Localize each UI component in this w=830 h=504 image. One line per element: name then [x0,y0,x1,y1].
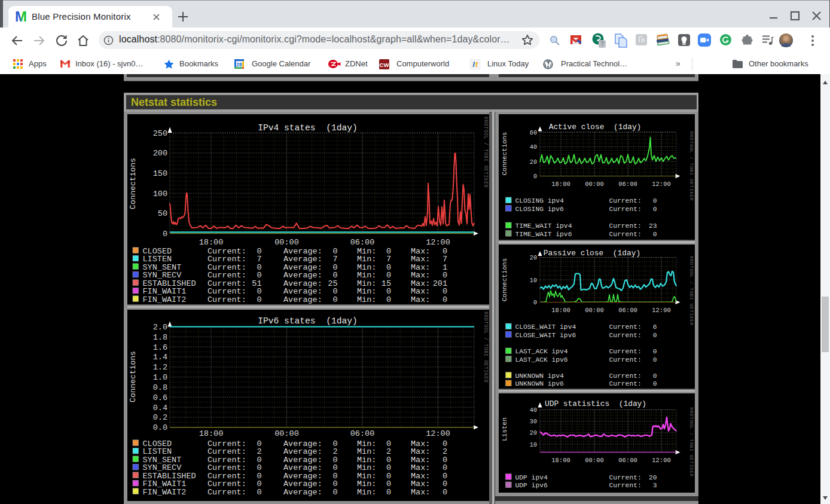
svg-text:Current:: Current: [609,332,642,339]
svg-text:CLOSING ipv4: CLOSING ipv4 [515,197,564,204]
svg-text:Max:: Max: [411,488,430,497]
svg-text:UNKNOWN ipv6: UNKNOWN ipv6 [515,380,564,387]
svg-text:IPv6 states (1day): IPv6 states (1day) [258,316,357,326]
svg-text:0: 0 [653,380,657,387]
svg-text:0: 0 [443,488,447,497]
svg-text:Min:: Min: [357,295,376,304]
svg-text:12:00: 12:00 [652,457,671,464]
svg-text:0: 0 [653,348,657,355]
svg-text:0.6: 0.6 [153,393,167,402]
svg-text:00:00: 00:00 [274,429,299,438]
svg-text:30: 30 [530,419,537,425]
svg-text:12:00: 12:00 [426,238,450,247]
svg-text:RRDTOOL / TOBI OETIKER: RRDTOOL / TOBI OETIKER [689,256,694,326]
svg-text:18:00: 18:00 [199,238,224,247]
svg-text:Current:: Current: [609,372,642,380]
svg-text:12:00: 12:00 [652,181,671,188]
svg-text:FIN_WAIT2: FIN_WAIT2 [143,295,187,304]
svg-text:0.4: 0.4 [153,404,167,413]
svg-text:1.8: 1.8 [153,333,167,342]
svg-text:00:00: 00:00 [274,238,299,247]
svg-text:CLOSING ipv6: CLOSING ipv6 [515,206,564,213]
svg-text:0.8: 0.8 [153,383,167,392]
svg-text:50: 50 [158,209,167,218]
svg-text:0: 0 [386,488,391,497]
svg-text:0: 0 [332,488,337,497]
svg-text:Current:: Current: [208,488,246,497]
svg-text:IPv4 states (1day): IPv4 states (1day) [258,123,357,133]
svg-text:12:00: 12:00 [652,307,671,314]
svg-text:LAST_ACK ipv6: LAST_ACK ipv6 [515,356,568,364]
svg-text:Min:: Min: [357,488,376,497]
svg-text:20: 20 [530,159,537,166]
svg-text:Current:: Current: [609,482,642,489]
svg-text:Current:: Current: [609,380,642,387]
svg-text:Current:: Current: [609,474,642,481]
svg-text:RRDTOOL / TOBI OETIKER: RRDTOOL / TOBI OETIKER [483,311,489,383]
svg-text:0: 0 [653,332,657,339]
svg-text:20: 20 [530,255,537,261]
svg-text:0: 0 [653,231,657,238]
svg-text:UDP statistics (1day): UDP statistics (1day) [545,399,646,408]
svg-text:UDP ipv4: UDP ipv4 [515,474,548,481]
svg-text:40: 40 [530,407,537,414]
svg-text:0.2: 0.2 [153,413,167,422]
svg-text:Current:: Current: [208,295,246,304]
svg-text:Current:: Current: [609,197,642,204]
svg-text:Passive close (1day): Passive close (1day) [544,249,640,258]
svg-text:1.0: 1.0 [153,373,167,382]
svg-text:Connections: Connections [501,258,508,302]
svg-text:Current:: Current: [609,348,642,355]
svg-text:Listen: Listen [501,417,508,441]
svg-text:Current:: Current: [609,222,642,230]
svg-text:Connections: Connections [129,351,138,402]
svg-text:FIN_WAIT2: FIN_WAIT2 [143,488,187,497]
svg-text:18:00: 18:00 [551,457,570,464]
svg-text:UDP ipv6: UDP ipv6 [515,482,548,489]
svg-text:200: 200 [153,149,167,158]
svg-text:CLOSE_WAIT ipv4: CLOSE_WAIT ipv4 [515,323,576,331]
svg-text:RRDTOOL / TOBI OETIKER: RRDTOOL / TOBI OETIKER [689,407,694,477]
svg-text:06:00: 06:00 [350,238,375,247]
svg-text:Current:: Current: [609,206,642,213]
svg-text:6: 6 [653,323,657,331]
svg-text:0: 0 [257,295,261,304]
svg-text:1.2: 1.2 [153,363,167,372]
svg-text:RRDTOOL / TOBI OETIKER: RRDTOOL / TOBI OETIKER [483,117,489,188]
svg-text:10: 10 [530,277,537,284]
svg-text:0: 0 [163,230,167,239]
svg-text:3: 3 [653,482,657,489]
svg-text:UNKNOWN ipv4: UNKNOWN ipv4 [515,372,564,380]
svg-text:12:00: 12:00 [426,429,450,438]
svg-text:18:00: 18:00 [199,429,224,438]
svg-text:0: 0 [533,300,537,306]
svg-text:1.6: 1.6 [153,343,167,352]
svg-text:00:00: 00:00 [585,457,604,464]
svg-text:0.0: 0.0 [153,423,167,432]
svg-text:RRDTOOL / TOBI OETIKER: RRDTOOL / TOBI OETIKER [689,132,694,201]
svg-text:0: 0 [332,295,337,304]
svg-text:10: 10 [530,442,537,448]
svg-text:TIME_WAIT ipv6: TIME_WAIT ipv6 [515,231,572,238]
svg-text:40: 40 [530,144,537,151]
svg-text:20: 20 [649,474,657,481]
svg-text:06:00: 06:00 [618,181,637,188]
svg-text:Average:: Average: [283,295,322,304]
svg-text:Connections: Connections [129,158,138,209]
svg-text:00:00: 00:00 [585,307,604,314]
svg-text:0: 0 [653,372,657,380]
svg-text:2.0: 2.0 [153,323,167,332]
svg-text:06:00: 06:00 [618,457,637,464]
svg-text:150: 150 [153,169,167,178]
svg-text:18:00: 18:00 [551,181,570,188]
svg-text:0: 0 [533,173,537,180]
svg-text:LAST_ACK ipv4: LAST_ACK ipv4 [515,348,568,355]
svg-text:18:00: 18:00 [551,307,570,314]
svg-text:0: 0 [653,206,657,213]
svg-text:06:00: 06:00 [350,429,375,438]
svg-text:Active close (1day): Active close (1day) [549,123,642,132]
svg-text:0: 0 [257,488,261,497]
svg-text:Average:: Average: [283,488,322,497]
svg-text:Current:: Current: [609,356,642,364]
svg-text:Current:: Current: [609,231,642,238]
